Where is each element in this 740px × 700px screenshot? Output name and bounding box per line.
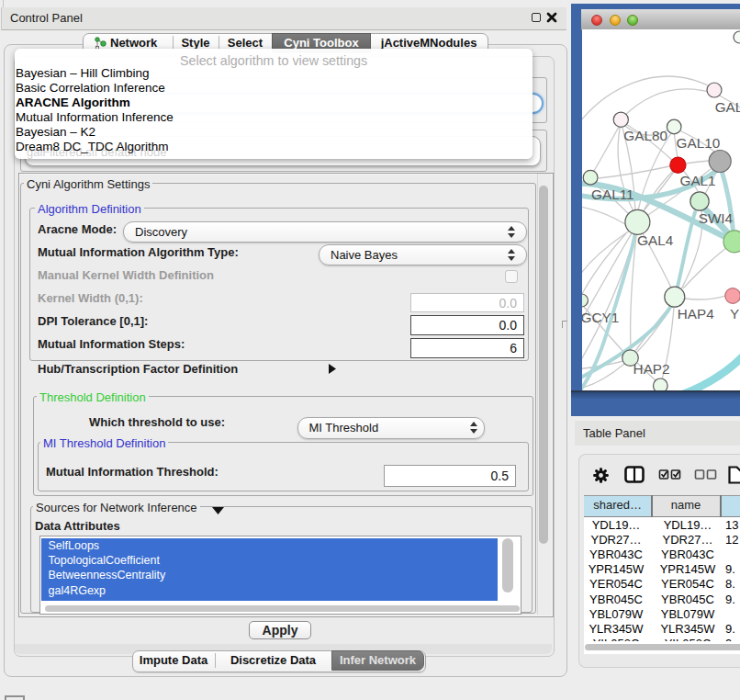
svg-text:GAL4: GAL4 [637, 232, 674, 248]
svg-text:GAL80: GAL80 [623, 128, 667, 143]
svg-text:HAP4: HAP4 [678, 306, 714, 322]
svg-text:GAL10: GAL10 [677, 135, 721, 151]
svg-text:GAL1: GAL1 [680, 173, 716, 188]
svg-text:GCY1: GCY1 [582, 310, 619, 325]
svg-text:SWI4: SWI4 [699, 210, 734, 226]
svg-text:GAL11: GAL11 [591, 186, 634, 202]
svg-text:HAP2: HAP2 [633, 361, 670, 377]
svg-text:GAL2: GAL2 [715, 99, 740, 115]
svg-text:YM: YM [730, 306, 740, 322]
